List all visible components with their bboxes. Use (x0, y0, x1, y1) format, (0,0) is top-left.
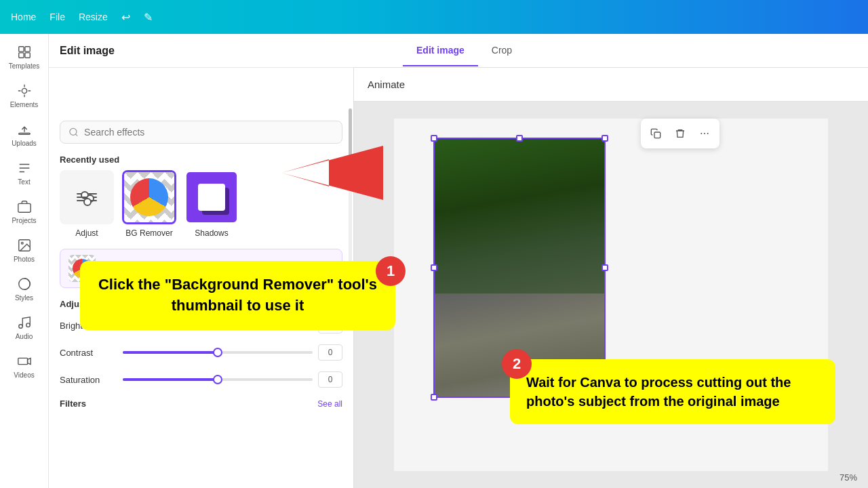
contrast-slider[interactable] (123, 351, 313, 354)
zoom-level: 75% (840, 472, 857, 483)
sidebar-item-uploads[interactable]: Uploads (4, 117, 45, 152)
sidebar-item-photos[interactable]: Photos (4, 232, 45, 268)
sidebar-item-styles[interactable]: Styles (4, 271, 45, 307)
image-toolbar (641, 119, 719, 148)
more-toolbar-btn[interactable] (694, 123, 715, 144)
adjust-icon (77, 193, 97, 201)
svg-rect-12 (18, 358, 27, 364)
animate-label[interactable]: Animate (368, 79, 405, 90)
bg-remover-label: BG Remover (125, 228, 172, 238)
effect-shadows[interactable]: Shadows (184, 170, 239, 238)
bg-remover-circle (130, 178, 168, 216)
topbar: Home File Resize ↩ ✎ (0, 0, 868, 34)
tooltip-2-text: Wait for Canva to process cutting out th… (526, 373, 819, 411)
search-icon (68, 127, 79, 138)
recently-used-label: Recently used (49, 155, 353, 170)
undo-icon[interactable]: ↩ (121, 11, 130, 24)
badge-1: 1 (376, 256, 406, 286)
tab-edit-image[interactable]: Edit image (403, 35, 478, 66)
svg-point-11 (26, 323, 30, 327)
svg-rect-2 (18, 53, 23, 58)
sidebar: Templates Elements Uploads Text Projects (0, 34, 49, 488)
saturation-slider[interactable] (123, 378, 313, 381)
adjust-thumb (60, 170, 114, 224)
svg-point-8 (21, 242, 23, 244)
sidebar-label-photos: Photos (14, 256, 35, 263)
canvas-area (354, 102, 868, 488)
svg-rect-5 (18, 134, 30, 135)
sidebar-label-elements: Elements (10, 101, 39, 108)
sidebar-label-projects: Projects (12, 217, 36, 224)
badge-2: 2 (502, 349, 532, 379)
bg-remover-thumb (122, 170, 176, 224)
contrast-label: Contrast (60, 348, 117, 358)
animate-bar: Animate (354, 68, 868, 102)
effect-adjust[interactable]: Adjust (60, 170, 114, 238)
shadow-square (198, 184, 225, 211)
saturation-label: Saturation (60, 375, 117, 385)
tooltip-1-text: Click the "Background Remover" tool's th… (96, 274, 379, 317)
shadows-thumb (184, 170, 239, 224)
svg-rect-1 (24, 47, 29, 52)
search-bar (60, 121, 342, 144)
see-all-link[interactable]: See all (317, 399, 342, 409)
filters-header: Filters See all (49, 399, 353, 414)
edit-icon[interactable]: ✎ (144, 11, 153, 24)
copy-toolbar-btn[interactable] (645, 123, 667, 144)
sidebar-label-audio: Audio (16, 333, 33, 340)
sidebar-item-projects[interactable]: Projects (4, 194, 45, 230)
svg-rect-14 (654, 132, 660, 138)
sidebar-label-uploads: Uploads (12, 140, 37, 147)
delete-toolbar-btn[interactable] (669, 123, 691, 144)
search-input[interactable] (84, 127, 334, 138)
sidebar-item-elements[interactable]: Elements (4, 78, 45, 114)
filters-title: Filters (60, 399, 86, 409)
tooltip-1: Click the "Background Remover" tool's th… (80, 261, 395, 330)
sidebar-label-styles: Styles (15, 294, 33, 302)
svg-point-16 (704, 133, 705, 134)
tooltip-2: Wait for Canva to process cutting out th… (510, 359, 835, 424)
adjust-label: Adjust (75, 228, 98, 238)
svg-rect-0 (18, 47, 23, 52)
sidebar-label-videos: Videos (14, 371, 34, 379)
home-link[interactable]: Home (11, 12, 36, 22)
shadows-label: Shadows (195, 228, 228, 238)
sidebar-label-templates: Templates (9, 62, 40, 70)
saturation-row: Saturation 0 (60, 371, 342, 388)
sidebar-label-text: Text (18, 178, 30, 186)
sidebar-item-text[interactable]: Text (4, 155, 45, 191)
panel-scrollbar-thumb[interactable] (349, 108, 352, 163)
svg-point-10 (18, 325, 22, 329)
effects-grid: Adjust BG Remover Shadows (49, 170, 353, 249)
sidebar-item-videos[interactable]: Videos (4, 348, 45, 384)
file-link[interactable]: File (50, 12, 65, 22)
svg-point-17 (707, 133, 709, 134)
effect-bg-remover[interactable]: BG Remover (122, 170, 176, 238)
svg-point-13 (70, 128, 77, 135)
sidebar-item-templates[interactable]: Templates (4, 39, 45, 75)
saturation-value: 0 (318, 371, 342, 388)
svg-rect-3 (24, 53, 29, 58)
sidebar-item-audio[interactable]: Audio (4, 310, 45, 346)
contrast-row: Contrast 0 (60, 344, 342, 361)
svg-point-15 (701, 133, 702, 134)
tab-crop[interactable]: Crop (478, 35, 526, 66)
panel-header: Edit image (49, 34, 354, 68)
resize-link[interactable]: Resize (79, 12, 108, 22)
svg-rect-6 (18, 203, 30, 212)
svg-point-4 (22, 88, 26, 93)
contrast-value: 0 (318, 344, 342, 361)
panel-title: Edit image (60, 45, 115, 57)
